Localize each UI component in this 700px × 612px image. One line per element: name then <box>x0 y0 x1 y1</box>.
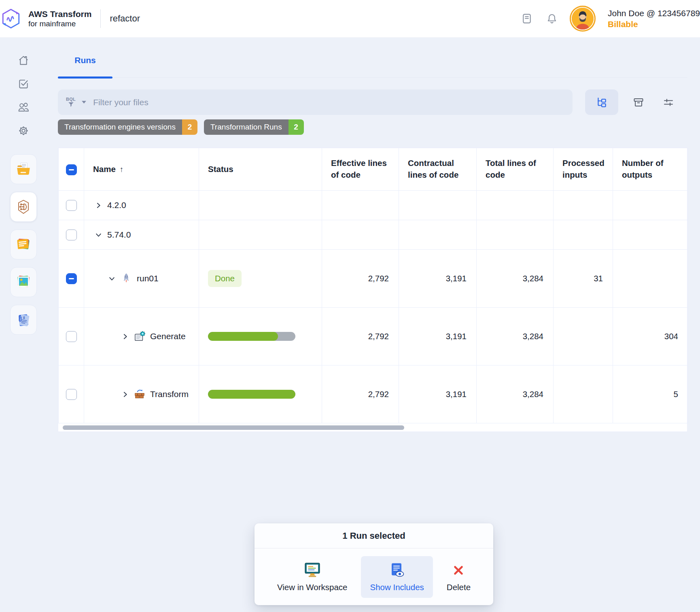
show-includes-button[interactable]: Show Includes <box>361 556 433 598</box>
row-checkbox[interactable] <box>66 389 77 400</box>
billing-status-badge: Billable <box>608 19 700 29</box>
contractual-loc-value: 3,191 <box>399 366 477 423</box>
processed-inputs-value <box>554 366 613 423</box>
contractual-loc-value: 3,191 <box>399 250 477 308</box>
run-row[interactable]: run01 Done 2,792 3,191 3,284 31 <box>59 250 688 308</box>
expand-chevron-right-icon[interactable] <box>121 391 129 398</box>
notifications-button[interactable] <box>545 11 559 26</box>
column-header-number-of-outputs[interactable]: Number of outputs <box>613 148 688 191</box>
expand-chevron-right-icon[interactable] <box>95 202 102 209</box>
sidebar-card-notes[interactable] <box>10 230 37 259</box>
version-name[interactable]: 5.74.0 <box>107 230 131 240</box>
processed-inputs-value: 31 <box>554 250 613 308</box>
progress-bar <box>208 332 295 341</box>
effective-loc-value: 2,792 <box>322 250 399 308</box>
delete-x-icon <box>451 562 466 579</box>
collapse-chevron-down-icon[interactable] <box>95 231 102 239</box>
tab-runs-label: Runs <box>74 55 96 65</box>
column-header-processed-inputs[interactable]: Processed inputs <box>554 148 613 191</box>
row-checkbox[interactable] <box>66 331 77 342</box>
outputs-value: 5 <box>613 366 688 423</box>
step-name[interactable]: Transform <box>150 389 189 399</box>
column-header-total-loc[interactable]: Total lines of code <box>477 148 554 191</box>
user-avatar[interactable] <box>570 6 596 32</box>
effective-loc-value: 2,792 <box>322 308 399 366</box>
action-label: Show Includes <box>370 582 424 592</box>
archive-button[interactable] <box>629 93 648 112</box>
book-icon <box>521 13 533 25</box>
column-header-effective-loc[interactable]: Effective lines of code <box>322 148 399 191</box>
status-badge-done: Done <box>208 270 242 287</box>
users-icon <box>17 101 30 113</box>
sidebar: $ <box>0 38 47 612</box>
sidebar-card-documents[interactable] <box>10 154 37 184</box>
top-bar: AWS Transform for mainframe refactor <box>0 0 700 38</box>
filter-input[interactable] <box>93 98 564 107</box>
collapse-chevron-down-icon[interactable] <box>108 275 116 283</box>
sidebar-card-billing[interactable]: $ <box>10 305 37 335</box>
filter-engine-selector[interactable]: BQL <box>66 97 76 108</box>
step-row[interactable]: Transform 2,792 3,191 3,284 5 <box>59 366 688 423</box>
avatar-image <box>572 8 594 30</box>
sidebar-item-users[interactable] <box>16 100 31 115</box>
filter-settings-button[interactable] <box>659 93 678 112</box>
app-name: refactor <box>110 13 140 24</box>
outputs-value <box>613 250 688 308</box>
top-bar-right: John Doe @ 123456789 Billable <box>520 6 700 32</box>
row-checkbox[interactable] <box>66 200 77 211</box>
tag-count-badge: 2 <box>182 119 197 135</box>
sidebar-item-settings[interactable] <box>16 123 31 138</box>
tree-view-toggle-button[interactable] <box>585 89 618 115</box>
filter-engine-label: BQL <box>66 97 76 102</box>
brand-divider <box>100 9 101 28</box>
row-checkbox-selected[interactable] <box>66 273 77 284</box>
effective-loc-value: 2,792 <box>322 366 399 423</box>
home-icon <box>17 54 30 66</box>
selection-count-label: 1 Run selected <box>255 523 493 548</box>
column-header-status[interactable]: Status <box>199 148 322 191</box>
filter-row: BQL <box>58 89 687 115</box>
bell-icon <box>546 13 558 25</box>
funnel-icon <box>68 102 74 108</box>
view-in-workspace-button[interactable]: View in Workspace <box>275 556 350 598</box>
column-header-contractual-loc[interactable]: Contractual lines of code <box>399 148 477 191</box>
gear-icon <box>17 125 30 137</box>
step-name[interactable]: Generate <box>150 332 186 341</box>
selection-panel: 1 Run selected View in Workspace Show In… <box>255 523 493 605</box>
sidebar-card-images[interactable] <box>10 267 37 297</box>
progress-bar <box>208 390 295 399</box>
tag-label: Transformation Runs <box>204 119 288 135</box>
documentation-button[interactable] <box>520 11 534 26</box>
horizontal-scrollbar[interactable] <box>63 425 404 430</box>
tag-engine-versions[interactable]: Transformation engines versions 2 <box>58 119 197 135</box>
outputs-value: 304 <box>613 308 688 366</box>
filter-tags: Transformation engines versions 2 Transf… <box>58 119 687 135</box>
sliders-icon <box>663 97 674 108</box>
delete-button[interactable]: Delete <box>444 556 473 598</box>
contractual-loc-value: 3,191 <box>399 308 477 366</box>
total-loc-value: 3,284 <box>477 308 554 366</box>
sidebar-card-transform-engine[interactable] <box>10 192 37 222</box>
select-all-checkbox[interactable] <box>66 164 77 175</box>
tab-runs[interactable]: Runs <box>58 38 112 78</box>
version-row[interactable]: 5.74.0 <box>59 220 688 250</box>
documents-folder-icon <box>15 161 32 178</box>
transform-engine-icon <box>15 198 32 215</box>
expand-chevron-right-icon[interactable] <box>121 333 129 340</box>
sidebar-item-tasks[interactable] <box>16 76 31 91</box>
tag-transformation-runs[interactable]: Transformation Runs 2 <box>204 119 304 135</box>
row-checkbox[interactable] <box>66 230 77 240</box>
generate-step-icon <box>134 331 145 342</box>
version-row[interactable]: 4.2.0 <box>59 191 688 220</box>
filter-bar[interactable]: BQL <box>58 89 573 115</box>
column-header-name[interactable]: Name↑ <box>84 148 199 191</box>
aws-transform-logo-icon <box>0 8 22 30</box>
step-row[interactable]: Generate 2,792 3,191 3,284 304 <box>59 308 688 366</box>
sidebar-item-home[interactable] <box>16 53 31 68</box>
total-loc-value: 3,284 <box>477 366 554 423</box>
chevron-down-icon <box>81 100 87 104</box>
user-name: John Doe @ 123456789 <box>608 8 700 18</box>
brand: AWS Transform for mainframe refactor <box>0 8 140 30</box>
version-name[interactable]: 4.2.0 <box>107 200 126 210</box>
run-name[interactable]: run01 <box>137 274 159 283</box>
